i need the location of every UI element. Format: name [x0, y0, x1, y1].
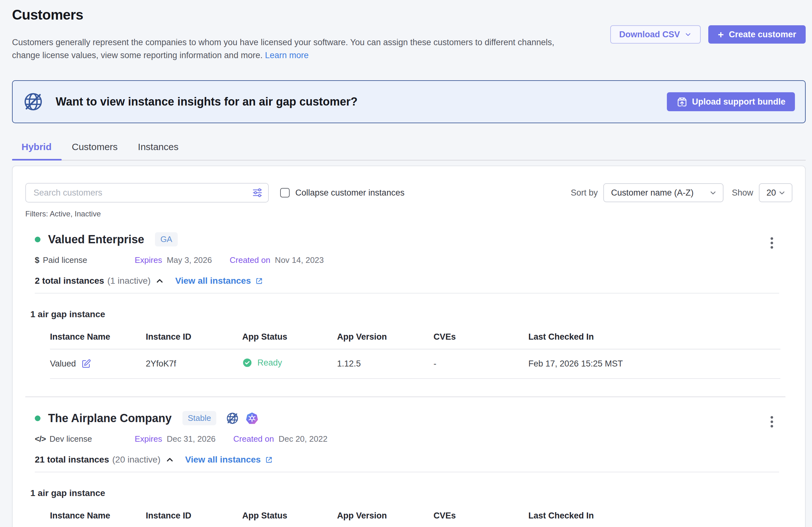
tab-instances[interactable]: Instances — [128, 138, 188, 160]
customers-page: Customers Customers generally represent … — [0, 0, 812, 527]
instances-total: 2 total instances — [35, 276, 104, 286]
customer-name[interactable]: The Airplane Company — [48, 412, 172, 425]
expires-date: May 3, 2026 — [166, 255, 212, 265]
created-date: Dec 20, 2022 — [279, 434, 328, 443]
instance-id: 2YfoK7f — [146, 349, 242, 378]
view-all-instances-label: View all instances — [185, 455, 261, 465]
instances-inactive: (20 inactive) — [112, 455, 161, 465]
airgap-banner: Want to view instance insights for an ai… — [12, 80, 806, 123]
banner-title: Want to view instance insights for an ai… — [56, 95, 358, 108]
section-divider — [35, 293, 779, 293]
cves-value: - — [434, 349, 528, 378]
instances-inactive: (1 inactive) — [107, 276, 150, 286]
instances-summary: 21 total instances (20 inactive) View al… — [35, 455, 793, 465]
instance-name: Valued — [50, 359, 76, 369]
sort-by-value: Customer name (A-Z) — [611, 188, 693, 198]
tab-hybrid[interactable]: Hybrid — [12, 138, 62, 160]
instances-total: 21 total instances — [35, 455, 109, 465]
airgap-instances-heading: 1 air gap instance — [30, 488, 793, 498]
page-title: Customers — [12, 7, 806, 23]
customer-header: The Airplane Company Stable — [35, 411, 793, 425]
collapse-instances-checkbox[interactable] — [280, 188, 290, 197]
col-app-version: App Version — [337, 511, 434, 527]
search-box — [25, 183, 269, 202]
airgap-instances-table: Instance Name Instance ID App Status App… — [50, 332, 780, 379]
dev-license-icon: </> — [35, 434, 46, 444]
tab-customers[interactable]: Customers — [62, 138, 128, 160]
customer-separator — [25, 396, 785, 397]
col-cves: CVEs — [434, 511, 528, 527]
ready-check-icon — [242, 358, 252, 368]
upload-support-bundle-button[interactable]: Upload support bundle — [667, 92, 795, 111]
sort-by-select[interactable]: Customer name (A-Z) — [603, 183, 723, 202]
header-actions: Download CSV + Create customer — [610, 25, 806, 44]
customer-meta: </> Dev license Expires Dec 31, 2026 Cre… — [35, 434, 793, 444]
section-divider — [35, 472, 779, 472]
created-info: Created on Nov 14, 2023 — [230, 255, 324, 265]
download-csv-button[interactable]: Download CSV — [610, 25, 701, 44]
page-header: Customers Customers generally represent … — [12, 7, 806, 62]
show-select[interactable]: 20 — [759, 183, 793, 202]
search-input[interactable] — [25, 183, 269, 202]
plus-icon: + — [718, 29, 724, 40]
upload-bundle-icon — [676, 96, 688, 107]
col-last-checked-in: Last Checked In — [528, 332, 780, 349]
channel-badge: Stable — [183, 411, 217, 425]
chevron-down-icon — [778, 189, 786, 197]
active-filters-text: Filters: Active, Inactive — [25, 210, 793, 218]
col-instance-name: Instance Name — [50, 511, 146, 527]
expires-label: Expires — [135, 255, 162, 265]
expires-info: Expires Dec 31, 2026 — [135, 434, 216, 444]
table-row: Valued 2YfoK7f — [50, 349, 780, 378]
app-status: Ready — [257, 358, 282, 368]
learn-more-link[interactable]: Learn more — [265, 50, 309, 60]
chevron-down-icon — [684, 31, 692, 38]
license-type: Dev license — [50, 434, 92, 444]
col-app-version: App Version — [337, 332, 434, 349]
expires-date: Dec 31, 2026 — [166, 434, 216, 443]
filter-sliders-icon[interactable] — [252, 187, 263, 198]
toolbar: Collapse customer instances Sort by Cust… — [25, 183, 793, 202]
last-checked-in: Feb 17, 2026 15:25 MST — [528, 349, 780, 378]
expires-info: Expires May 3, 2026 — [135, 255, 212, 265]
created-label: Created on — [230, 255, 270, 265]
created-label: Created on — [233, 434, 274, 443]
create-customer-button[interactable]: + Create customer — [708, 25, 806, 44]
collapse-toggle-icon[interactable] — [155, 276, 164, 286]
expires-label: Expires — [135, 434, 162, 443]
view-all-instances-link[interactable]: View all instances — [185, 455, 273, 465]
customer-card-valued-enterprise: Valued Enterprise GA $ Paid license Expi… — [25, 232, 793, 379]
table-header-row: Instance Name Instance ID App Status App… — [50, 511, 780, 527]
kebab-menu-icon[interactable] — [769, 414, 775, 430]
external-link-icon — [255, 277, 263, 285]
kebab-menu-icon[interactable] — [769, 236, 775, 251]
created-date: Nov 14, 2023 — [275, 255, 324, 265]
instances-summary: 2 total instances (1 inactive) View all … — [35, 276, 793, 286]
license-info: </> Dev license — [35, 434, 135, 444]
channel-badge: GA — [155, 232, 178, 246]
license-info: $ Paid license — [35, 255, 135, 265]
tab-bar: Hybrid Customers Instances — [12, 138, 806, 161]
customer-name[interactable]: Valued Enterprise — [48, 233, 144, 246]
download-csv-label: Download CSV — [619, 30, 680, 40]
view-all-instances-link[interactable]: View all instances — [175, 276, 263, 286]
app-version: 1.12.5 — [337, 349, 434, 378]
col-last-checked-in: Last Checked In — [528, 511, 780, 527]
airgap-instances-heading: 1 air gap instance — [30, 309, 793, 319]
customers-card: Collapse customer instances Sort by Cust… — [12, 166, 806, 527]
create-customer-label: Create customer — [729, 30, 796, 40]
col-instance-id: Instance ID — [146, 332, 242, 349]
show-value: 20 — [767, 188, 776, 198]
paid-license-icon: $ — [35, 255, 39, 265]
collapse-instances-control: Collapse customer instances — [280, 188, 404, 198]
created-info: Created on Dec 20, 2022 — [233, 434, 328, 444]
airgap-instances-table: Instance Name Instance ID App Status App… — [50, 511, 780, 527]
col-cves: CVEs — [434, 332, 528, 349]
edit-icon[interactable] — [81, 359, 91, 369]
embedded-cluster-icon — [245, 412, 259, 425]
customer-header: Valued Enterprise GA — [35, 232, 793, 246]
external-link-icon — [265, 456, 273, 464]
view-all-instances-label: View all instances — [175, 276, 251, 286]
active-status-dot — [35, 416, 41, 421]
collapse-toggle-icon[interactable] — [165, 455, 175, 464]
